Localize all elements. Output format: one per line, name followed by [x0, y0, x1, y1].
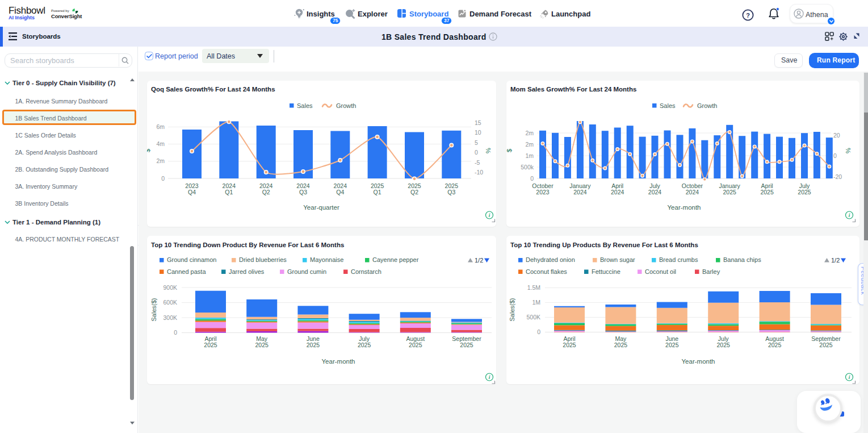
svg-text:Canned pasta: Canned pasta [167, 268, 206, 275]
svg-text:2025: 2025 [563, 342, 576, 348]
svg-text:Cayenne pepper: Cayenne pepper [372, 256, 419, 263]
svg-text:0: 0 [475, 149, 478, 156]
svg-text:Year-quarter: Year-quarter [303, 204, 339, 211]
svg-text:2025: 2025 [409, 342, 422, 348]
svg-text:Sales: Sales [297, 102, 313, 109]
svg-text:Growth: Growth [336, 102, 356, 109]
svg-text:1M: 1M [532, 299, 540, 306]
svg-text:2024: 2024 [611, 189, 624, 195]
svg-text:2025: 2025 [255, 342, 269, 348]
svg-text:i: i [849, 374, 850, 380]
svg-text:2025: 2025 [460, 342, 473, 348]
svg-text:Dehydrated onion: Dehydrated onion [526, 256, 575, 263]
svg-text:Cornstarch: Cornstarch [351, 268, 381, 275]
svg-text:300K: 300K [163, 314, 177, 321]
svg-text:Ground cinnamon: Ground cinnamon [167, 256, 216, 263]
svg-text:0: 0 [833, 152, 837, 159]
svg-text:Sales($): Sales($) [509, 298, 515, 322]
svg-text:Q4: Q4 [188, 189, 196, 195]
svg-text:i: i [849, 213, 850, 218]
svg-text:Barley: Barley [702, 268, 720, 275]
svg-text:Bread crumbs: Bread crumbs [659, 256, 698, 263]
svg-text:2025: 2025 [204, 342, 217, 348]
svg-text:2025: 2025 [665, 342, 679, 348]
svg-text:%: % [845, 148, 852, 153]
svg-text:500K: 500K [526, 314, 540, 320]
svg-text:10: 10 [475, 129, 481, 136]
svg-text:2025: 2025 [717, 342, 731, 348]
svg-text:$: $ [506, 149, 513, 152]
svg-text:Dried blueberries: Dried blueberries [239, 256, 287, 263]
svg-text:Growth: Growth [697, 102, 717, 109]
svg-text:5: 5 [475, 139, 478, 146]
svg-text:i: i [489, 374, 490, 380]
svg-text:i: i [489, 213, 490, 218]
svg-text:0: 0 [161, 175, 165, 182]
svg-text:%: % [485, 148, 492, 153]
svg-text:2025: 2025 [358, 342, 371, 348]
svg-text:2m: 2m [525, 141, 534, 148]
svg-text:6m: 6m [156, 123, 165, 130]
svg-text:Jarred olives: Jarred olives [229, 268, 265, 275]
svg-text:Brown sugar: Brown sugar [600, 256, 635, 263]
svg-text:Banana chips: Banana chips [723, 256, 761, 263]
svg-text:1.5M: 1.5M [527, 284, 540, 291]
svg-text:$: $ [147, 149, 151, 152]
svg-text:Q1: Q1 [374, 189, 381, 195]
svg-text:2024: 2024 [573, 189, 587, 195]
svg-text:Q4: Q4 [336, 189, 344, 195]
svg-text:15: 15 [475, 119, 481, 126]
svg-text:Q3: Q3 [447, 189, 455, 195]
svg-text:2025: 2025 [819, 342, 833, 348]
svg-text:0: 0 [537, 328, 540, 335]
svg-text:Mom Sales Growth% For Last 24: Mom Sales Growth% For Last 24 Months [510, 86, 636, 93]
svg-text:Ground cumin: Ground cumin [287, 268, 326, 275]
svg-text:Coconut oil: Coconut oil [645, 268, 676, 275]
svg-text:2025: 2025 [307, 342, 320, 348]
svg-text:2025: 2025 [760, 189, 774, 195]
svg-text:Q1: Q1 [225, 189, 233, 195]
svg-text:1m: 1m [525, 152, 534, 159]
svg-text:4m: 4m [156, 140, 165, 147]
svg-text:2025: 2025 [723, 189, 737, 195]
svg-text:Year-month: Year-month [681, 358, 715, 365]
svg-text:Qoq Sales Growth% For Last 24: Qoq Sales Growth% For Last 24 Months [151, 86, 275, 93]
svg-text:?: ? [746, 12, 750, 19]
svg-text:2023: 2023 [536, 189, 550, 195]
svg-text:Year-month: Year-month [321, 358, 355, 365]
svg-text:0: 0 [530, 175, 534, 182]
svg-text:2024: 2024 [686, 189, 699, 195]
svg-text:Q2: Q2 [410, 189, 418, 195]
svg-text:2m: 2m [156, 157, 165, 164]
svg-text:1/2: 1/2 [831, 257, 840, 264]
svg-text:-10: -10 [475, 169, 483, 176]
svg-text:600K: 600K [163, 299, 177, 306]
svg-text:900K: 900K [163, 284, 177, 291]
svg-text:Top 10 Trending Down Product B: Top 10 Trending Down Product By Revenue … [151, 242, 344, 248]
svg-text:0: 0 [174, 329, 177, 336]
svg-text:2024: 2024 [648, 189, 662, 195]
svg-text:-5: -5 [475, 159, 480, 166]
svg-text:Sales: Sales [660, 102, 676, 109]
svg-text:1/2: 1/2 [475, 257, 483, 264]
svg-text:Fettuccine: Fettuccine [592, 268, 620, 275]
svg-text:2025: 2025 [614, 342, 628, 348]
svg-text:Q3: Q3 [299, 189, 307, 195]
svg-text:Top 10 Trending Up Products By: Top 10 Trending Up Products By Revenue F… [510, 242, 698, 248]
svg-text:500k: 500k [521, 164, 534, 170]
svg-text:Mayonnaise: Mayonnaise [310, 256, 343, 263]
svg-text:Year-month: Year-month [667, 204, 701, 211]
svg-text:-20: -20 [833, 173, 842, 180]
svg-text:Coconut flakes: Coconut flakes [526, 268, 567, 275]
svg-text:2025: 2025 [798, 189, 811, 195]
svg-text:Q2: Q2 [262, 189, 270, 195]
svg-text:2m: 2m [525, 130, 534, 136]
svg-text:20: 20 [833, 132, 840, 139]
svg-text:Sales($): Sales($) [150, 298, 157, 322]
svg-text:2025: 2025 [768, 342, 782, 348]
